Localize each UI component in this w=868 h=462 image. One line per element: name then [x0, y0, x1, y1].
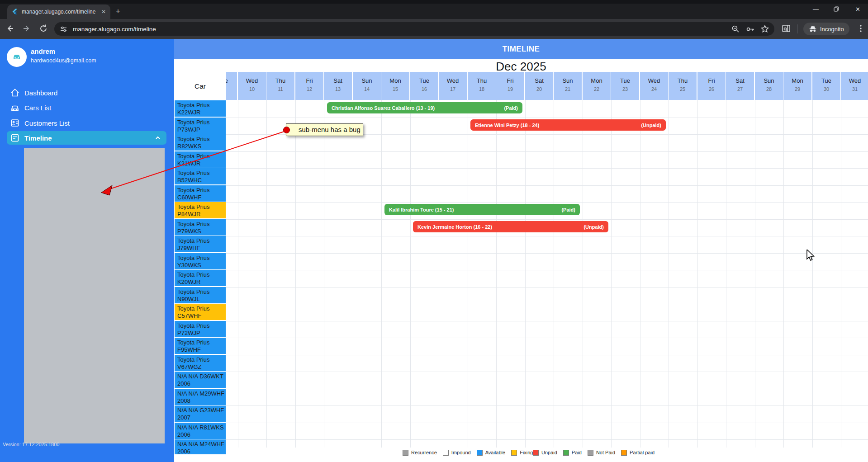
day-name: Fri — [697, 77, 726, 84]
legend-swatch — [533, 450, 539, 456]
car-cell[interactable]: N/A N/A D36WKT2006 — [175, 372, 226, 388]
day-number: 18 — [468, 86, 496, 92]
grid-vline — [841, 100, 841, 448]
car-cell[interactable]: N/A N/A M29WHF2008 — [175, 389, 226, 405]
user-email: hardwood4us@gmail.com — [31, 57, 96, 64]
new-tab-button[interactable]: + — [116, 7, 120, 15]
car-cell[interactable]: Toyota Prius P84WJRGray 2006 — [175, 202, 226, 218]
url-bar[interactable]: manager.alugago.com/timeline — [54, 22, 774, 36]
bookmark-star-icon[interactable] — [761, 25, 769, 33]
day-number: 16 — [410, 86, 438, 92]
car-title: N/A N/A G23WHF — [177, 407, 225, 414]
car-cell[interactable]: Toyota Prius V67WGZSilver 2006 — [175, 355, 226, 371]
car-cell[interactable]: Toyota Prius P79WKSGray 2011 — [175, 219, 226, 236]
grid-hline — [226, 423, 868, 423]
window-minimize-button[interactable]: — — [813, 6, 819, 13]
legend-label: Recurrence — [411, 450, 437, 455]
car-cell[interactable]: Toyota Prius Y30WKSGreen 2005 — [175, 253, 226, 269]
car-subtitle: Red 2007 — [177, 167, 225, 168]
grid-vline — [496, 100, 497, 448]
sidebar-item-cars-list[interactable]: Cars List — [0, 101, 174, 115]
car-cell[interactable]: N/A N/A R81WKS2006 — [175, 423, 226, 439]
browser-menu-icon[interactable] — [857, 24, 865, 35]
car-cell[interactable]: Toyota Prius N90WJLRed 2007 — [175, 287, 226, 303]
car-subtitle: Blue 2007 — [177, 133, 225, 134]
day-number: 31 — [841, 86, 868, 92]
legend-group: UnpaidPaidNot PaidPartial paid — [533, 449, 660, 456]
booking-bar[interactable]: Kalil Ibrahim Toure (15 - 21)(Paid) — [384, 204, 580, 215]
zoom-icon[interactable] — [731, 25, 740, 33]
grid-hline — [226, 372, 868, 372]
car-cell[interactable]: Toyota Prius P73WJPBlue 2007 — [175, 118, 226, 134]
chevron-up-icon[interactable] — [155, 135, 161, 141]
car-cell[interactable]: Toyota Prius J79WHFGray 2009 — [175, 236, 226, 252]
sidebar-item-timeline[interactable]: Timeline — [7, 131, 166, 145]
car-cell[interactable]: Toyota Prius F95WHFRed 2005 — [175, 338, 226, 354]
legend-item: Available — [477, 450, 505, 456]
legend-swatch — [563, 450, 569, 456]
booking-bar[interactable]: Kevin Jermaine Horton (16 - 22)(Unpaid) — [413, 221, 608, 232]
reload-icon[interactable] — [39, 24, 48, 35]
car-subtitle: Red 2007 — [177, 302, 225, 303]
car-cell[interactable]: N/A N/A M24WHF2006 — [175, 439, 226, 454]
day-name: Sat — [324, 77, 352, 84]
day-number: 13 — [324, 86, 352, 92]
car-cell[interactable]: Toyota Prius R82WKSRed 2006 — [175, 134, 226, 151]
booking-label: Kalil Ibrahim Toure (15 - 21) — [389, 207, 454, 212]
car-subtitle: 2006 — [177, 448, 225, 455]
car-cell[interactable]: Toyota Prius C57WHFBlue 2004 — [175, 304, 226, 320]
back-icon[interactable] — [5, 24, 14, 35]
car-cell[interactable]: N/A N/A G23WHF2007 — [175, 405, 226, 422]
car-cell[interactable]: Toyota Prius K21WJRRed 2007 — [175, 151, 226, 168]
day-name: Mon — [783, 77, 811, 84]
window-restore-button[interactable] — [834, 6, 839, 14]
car-subtitle: Green 2005 — [177, 269, 225, 269]
car-title: Toyota Prius Y30WKS — [177, 255, 225, 269]
browser-tab[interactable]: manager.alugago.com/timeline ✕ — [7, 5, 110, 19]
password-key-icon[interactable] — [746, 25, 754, 33]
side-panel-icon[interactable] — [782, 24, 791, 35]
site-settings-icon[interactable] — [60, 25, 67, 33]
booking-bar[interactable]: Etienne Wini Petzy (18 - 24)(Unpaid) — [470, 119, 666, 131]
day-number: 28 — [755, 86, 783, 92]
grid-hline — [226, 151, 868, 152]
tab-close-icon[interactable]: ✕ — [101, 9, 106, 15]
day-header-cell: Tue23 — [611, 72, 639, 100]
car-title: Toyota Prius C60WHF — [177, 187, 225, 201]
grid-hline — [226, 253, 868, 254]
car-cell[interactable]: Toyota Prius K20WJRBlack 2006 — [175, 270, 226, 286]
legend-item: Not Paid — [588, 450, 615, 456]
timeline-submenu-panel[interactable] — [24, 148, 165, 443]
page-title: TIMELINE — [174, 39, 868, 59]
legend-swatch — [443, 450, 449, 456]
car-column-header: Car — [174, 71, 226, 100]
booking-bar[interactable]: Christian Alfonso Suarez Caballero (13 -… — [327, 102, 522, 113]
window-close-button[interactable]: ✕ — [855, 6, 860, 13]
sidebar-item-customers-list[interactable]: Customers List — [0, 116, 174, 130]
car-cell[interactable]: Toyota Prius K22WJRGray 2008 — [175, 100, 226, 117]
grid-vline — [353, 100, 353, 448]
grid-hline — [226, 304, 868, 304]
legend-item: Paid — [563, 450, 582, 456]
car-cell[interactable]: Toyota Prius B52WHCBeige 2005 — [175, 168, 226, 184]
grid-hline — [226, 270, 868, 270]
day-header-cell: Mon15 — [381, 72, 409, 100]
url-text[interactable]: manager.alugago.com/timeline — [73, 26, 731, 33]
car-avatar-icon — [11, 52, 22, 62]
day-header-cell: Thu25 — [669, 72, 697, 100]
day-header-cell: Sun21 — [554, 72, 582, 100]
sidebar-item-dashboard[interactable]: Dashboard — [0, 86, 174, 99]
badge-icon — [10, 118, 20, 128]
grid-hline — [226, 389, 868, 389]
booking-label: Kevin Jermaine Horton (16 - 22) — [417, 224, 492, 230]
avatar[interactable] — [7, 47, 27, 67]
day-number: 22 — [583, 86, 611, 92]
sidebar-item-label: Cars List — [24, 104, 51, 112]
legend-label: Paid — [572, 450, 582, 455]
grid-vline — [755, 100, 755, 448]
car-cell[interactable]: Toyota Prius C60WHFSilver 2005 — [175, 185, 226, 202]
car-cell[interactable]: Toyota Prius P72WJPSilver 2008 — [175, 321, 226, 337]
incognito-label: Incognito — [820, 26, 844, 33]
grid-vline — [266, 100, 267, 448]
forward-icon[interactable] — [22, 24, 31, 35]
